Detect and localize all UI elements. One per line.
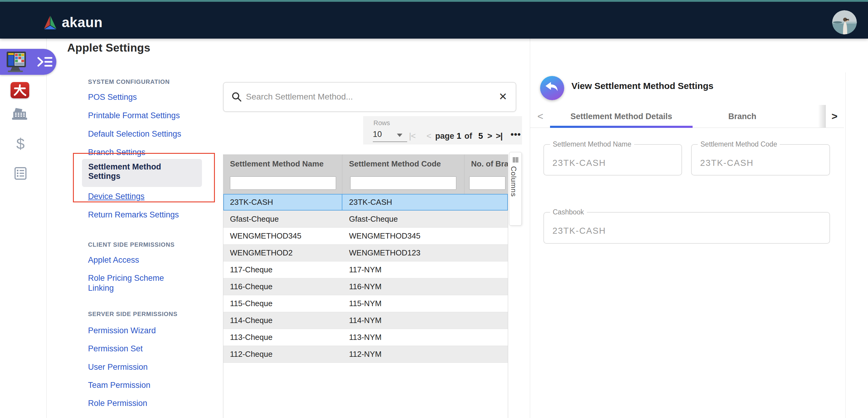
cell-settlement-method-code[interactable]: 117-NYM (342, 262, 464, 278)
columns-settings-tab[interactable]: Columns (509, 152, 522, 226)
table-row[interactable]: 23TK-CASH 23TK-CASH (223, 194, 508, 211)
cell-settlement-method-code[interactable]: WENGMETHOD345 (342, 228, 464, 244)
nav-item-permission-wizard[interactable]: Permission Wizard (88, 326, 156, 336)
tab-bar-edge-shadow (818, 105, 826, 127)
cell-settlement-method-code[interactable]: 115-NYM (342, 295, 464, 312)
cell-settlement-method-code[interactable]: 116-NYM (342, 278, 464, 295)
rows-select-underline (373, 142, 407, 142)
akaun-logo[interactable]: akaun (43, 14, 102, 31)
cell-no-of-branches[interactable] (464, 194, 508, 210)
tab-settlement-method-details[interactable]: Settlement Method Details (550, 105, 692, 128)
form-list-applet-icon[interactable] (14, 167, 27, 181)
cell-settlement-method-code[interactable]: 23TK-CASH (342, 194, 464, 210)
search-bar: ✕ (223, 82, 516, 112)
cell-no-of-branches[interactable] (464, 295, 508, 312)
cell-settlement-method-code[interactable]: WENGMETHOD123 (342, 245, 464, 261)
table-row[interactable]: WENGMETHOD2 WENGMETHOD123 (223, 245, 508, 262)
cell-settlement-method-name[interactable]: 113-Cheque (223, 329, 342, 346)
detail-panel-right-divider (845, 72, 846, 418)
nav-item-default-selection-settings[interactable]: Default Selection Settings (88, 129, 181, 139)
first-page-button[interactable]: |< (409, 131, 415, 141)
nav-item-device-settings[interactable]: Device Settings (88, 191, 145, 202)
cell-no-of-branches[interactable] (464, 329, 508, 346)
cell-settlement-method-name[interactable]: 116-Cheque (223, 278, 342, 295)
cell-no-of-branches[interactable] (464, 262, 508, 278)
nav-section-client-side-permissions: CLIENT SIDE PERMISSIONS (88, 241, 175, 248)
cell-settlement-method-code[interactable]: 113-NYM (342, 329, 464, 346)
cell-no-of-branches[interactable] (464, 211, 508, 228)
cell-settlement-method-code[interactable]: 112-NYM (342, 346, 464, 362)
rows-select-caret-icon[interactable] (397, 133, 402, 137)
column-header-branches[interactable]: No. of Branches (464, 155, 508, 173)
search-clear-icon[interactable]: ✕ (499, 90, 507, 102)
previous-page-button[interactable]: < (427, 131, 431, 141)
back-button[interactable] (540, 76, 564, 100)
dai-applet-icon[interactable] (10, 82, 29, 98)
cell-settlement-method-name[interactable]: 117-Cheque (223, 262, 342, 278)
filter-input-branches[interactable] (469, 176, 505, 190)
cashbook-label: Cashbook (550, 208, 587, 216)
rows-per-page-label: Rows (373, 119, 390, 127)
last-page-button[interactable]: >| (496, 131, 502, 141)
cell-settlement-method-name[interactable]: 112-Cheque (223, 346, 342, 362)
search-input[interactable] (245, 83, 494, 110)
table-row[interactable]: 117-Cheque 117-NYM (223, 262, 508, 278)
table-pagination-toolbar: Rows 10 |< < page 1 of 5 > >| ••• (363, 116, 522, 145)
settlement-table-body: 23TK-CASH 23TK-CASH Gfast-Cheque Gfast-C… (223, 194, 508, 363)
next-page-button[interactable]: > (487, 131, 492, 141)
table-row[interactable]: 113-Cheque 113-NYM (223, 329, 508, 346)
nav-item-role-pricing-scheme-linking[interactable]: Role Pricing Scheme Linking (88, 273, 164, 293)
nav-item-applet-access[interactable]: Applet Access (88, 255, 139, 265)
cell-no-of-branches[interactable] (464, 278, 508, 295)
cell-settlement-method-name[interactable]: Gfast-Cheque (223, 211, 342, 228)
cell-settlement-method-name[interactable]: WENGMETHOD345 (223, 228, 342, 244)
rows-per-page-select[interactable]: 10 (373, 130, 382, 139)
nav-item-pos-settings[interactable]: POS Settings (88, 92, 137, 102)
table-row[interactable]: Gfast-Cheque Gfast-Cheque (223, 211, 508, 228)
detail-tab-bar: < Settlement Method Details Branch > (530, 105, 844, 128)
filter-input-code[interactable] (350, 176, 456, 190)
more-options-button[interactable]: ••• (510, 129, 521, 140)
nav-item-settlement-method-settings[interactable]: Settlement Method Settings (82, 159, 202, 187)
column-header-name[interactable]: Settlement Method Name (223, 155, 342, 173)
nav-item-user-permission[interactable]: User Permission (88, 362, 148, 372)
akaun-logo-text: akaun (62, 14, 102, 31)
active-pos-applet-pill[interactable] (0, 49, 56, 75)
cell-no-of-branches[interactable] (464, 312, 508, 329)
cell-settlement-method-name[interactable]: 115-Cheque (223, 295, 342, 312)
nav-item-role-permission[interactable]: Role Permission (88, 398, 147, 408)
table-row[interactable]: WENGMETHOD345 WENGMETHOD345 (223, 228, 508, 245)
cell-no-of-branches[interactable] (464, 346, 508, 362)
settlement-method-table: Settlement Method Name Settlement Method… (223, 154, 508, 418)
nav-item-branch-settings[interactable]: Branch Settings (88, 147, 146, 157)
cell-no-of-branches[interactable] (464, 228, 508, 244)
cashbook-value[interactable]: 23TK-CASH (544, 213, 830, 236)
nav-item-permission-set[interactable]: Permission Set (88, 344, 143, 354)
back-arrow-icon (540, 76, 564, 101)
cell-settlement-method-code[interactable]: Gfast-Cheque (342, 211, 464, 228)
page-word-label: page (435, 131, 454, 141)
cell-settlement-method-code[interactable]: 114-NYM (342, 312, 464, 329)
column-header-code[interactable]: Settlement Method Code (342, 155, 464, 173)
tabs-scroll-left-icon[interactable]: < (537, 110, 544, 122)
tab-branch[interactable]: Branch (692, 105, 792, 128)
cell-settlement-method-name[interactable]: WENGMETHOD2 (223, 245, 342, 261)
table-row[interactable]: 116-Cheque 116-NYM (223, 278, 508, 295)
settlement-method-code-label: Settlement Method Code (698, 140, 780, 148)
cell-settlement-method-name[interactable]: 114-Cheque (223, 312, 342, 329)
filter-input-name[interactable] (230, 176, 336, 190)
cell-settlement-method-name[interactable]: 23TK-CASH (223, 194, 342, 210)
table-row[interactable]: 112-Cheque 112-NYM (223, 346, 508, 363)
tabs-scroll-right-icon[interactable]: > (832, 110, 838, 122)
cell-no-of-branches[interactable] (464, 245, 508, 261)
of-word-label: of (464, 131, 472, 141)
user-avatar[interactable] (832, 10, 857, 34)
nav-item-team-permission[interactable]: Team Permission (88, 380, 150, 390)
current-page-number: 1 (457, 131, 461, 141)
cash-register-applet-icon[interactable] (12, 107, 28, 121)
dollar-applet-icon[interactable]: $ (14, 135, 27, 153)
table-row[interactable]: 114-Cheque 114-NYM (223, 312, 508, 329)
table-row[interactable]: 115-Cheque 115-NYM (223, 295, 508, 312)
nav-item-printable-format-settings[interactable]: Printable Format Settings (88, 111, 180, 121)
nav-item-return-remarks-settings[interactable]: Return Remarks Settings (88, 210, 179, 220)
